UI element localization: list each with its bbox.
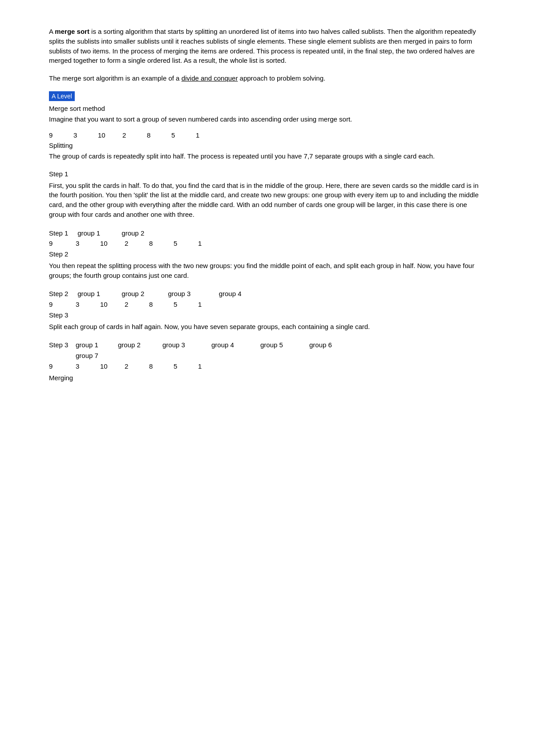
merging-label: Merging xyxy=(49,373,485,383)
step3-group6-label: group 6 xyxy=(309,340,358,350)
step1-group2-label: group 2 xyxy=(121,228,164,238)
step2-num-10: 10 xyxy=(100,300,125,309)
step2-group1-label: group 1 xyxy=(77,289,120,299)
card-5: 5 xyxy=(171,130,196,140)
merge-sort-desc: Imagine that you want to sort a group of… xyxy=(49,114,485,124)
splitting-desc: The group of cards is repeatedly split i… xyxy=(49,151,485,161)
step3-group7-row: group 7 xyxy=(49,351,485,361)
step3-indent xyxy=(49,351,76,361)
step1-num-1: 1 xyxy=(198,239,222,248)
step2-num-5: 5 xyxy=(174,300,198,309)
step3-group4-label: group 4 xyxy=(211,340,260,350)
step3-group7-label: group 7 xyxy=(76,351,118,361)
step2-num-8: 8 xyxy=(149,300,174,309)
step3-group1-label: group 1 xyxy=(76,340,118,350)
step2-numbers-row: 9 3 10 2 8 5 1 xyxy=(49,300,485,309)
step2-groups-row: Step 2 group 1 group 2 group 3 group 4 xyxy=(49,289,485,299)
step3-group5-label: group 5 xyxy=(260,340,309,350)
divide-conquer-link[interactable]: divide and conquer xyxy=(182,74,238,82)
step1-numbers-row: 9 3 10 2 8 5 1 xyxy=(49,239,485,248)
step2-tag: Step 2 xyxy=(49,289,76,299)
step3-num-10: 10 xyxy=(100,362,125,371)
card-1: 1 xyxy=(196,130,220,140)
card-3: 3 xyxy=(73,130,98,140)
step1-desc: First, you split the cards in half. To d… xyxy=(49,181,485,219)
paragraph2-end: approach to problem solving. xyxy=(238,74,325,82)
splitting-label: Splitting xyxy=(49,141,485,150)
step3-num-2: 2 xyxy=(125,362,149,371)
paragraph2-start: The merge sort algorithm is an example o… xyxy=(49,74,182,82)
step3-group2-label: group 2 xyxy=(118,340,162,350)
step1-tag: Step 1 xyxy=(49,228,76,238)
divide-conquer-paragraph: The merge sort algorithm is an example o… xyxy=(49,73,485,83)
a-level-section: A Level xyxy=(49,91,485,102)
card-9: 9 xyxy=(49,130,73,140)
step3-groups-row: Step 3 group 1 group 2 group 3 group 4 g… xyxy=(49,340,485,350)
step3-num-5: 5 xyxy=(174,362,198,371)
merge-sort-bold: merge sort xyxy=(55,28,89,35)
card-2: 2 xyxy=(122,130,147,140)
step3-num-3: 3 xyxy=(76,362,100,371)
step3-tag: Step 3 xyxy=(49,340,76,350)
step2-desc: You then repeat the splitting process wi… xyxy=(49,261,485,280)
step1-num-2: 2 xyxy=(125,239,149,248)
intro-text: A merge sort is a sorting algorithm that… xyxy=(49,27,485,65)
card-8: 8 xyxy=(147,130,171,140)
step3-num-9: 9 xyxy=(49,362,76,371)
step1-num-5: 5 xyxy=(174,239,198,248)
step2-num-2: 2 xyxy=(125,300,149,309)
step1-num-10: 10 xyxy=(100,239,125,248)
card-10: 10 xyxy=(98,130,122,140)
merge-sort-method-title: Merge sort method xyxy=(49,104,485,114)
step2-label: Step 2 xyxy=(49,249,485,259)
step3-desc: Split each group of cards in half again.… xyxy=(49,322,485,332)
step1-num-9: 9 xyxy=(49,239,76,248)
step3-label: Step 3 xyxy=(49,310,485,320)
step1-groups-row: Step 1 group 1 group 2 xyxy=(49,228,485,238)
step1-label: Step 1 xyxy=(49,169,485,179)
step3-numbers-row: 9 3 10 2 8 5 1 xyxy=(49,362,485,371)
step1-num-3: 3 xyxy=(76,239,100,248)
cards-row: 9 3 10 2 8 5 1 xyxy=(49,130,485,140)
step3-num-8: 8 xyxy=(149,362,174,371)
a-level-badge: A Level xyxy=(49,91,75,101)
step2-num-3: 3 xyxy=(76,300,100,309)
intro-paragraph: A merge sort is a sorting algorithm that… xyxy=(49,27,485,65)
step3-group3-label: group 3 xyxy=(162,340,211,350)
step2-group4-label: group 4 xyxy=(219,289,261,299)
step1-num-8: 8 xyxy=(149,239,174,248)
step2-group2-label: group 2 xyxy=(121,289,166,299)
step2-num-9: 9 xyxy=(49,300,76,309)
step2-group3-label: group 3 xyxy=(168,289,217,299)
step3-num-1: 1 xyxy=(198,362,222,371)
step2-num-1: 1 xyxy=(198,300,222,309)
step1-group1-label: group 1 xyxy=(77,228,120,238)
